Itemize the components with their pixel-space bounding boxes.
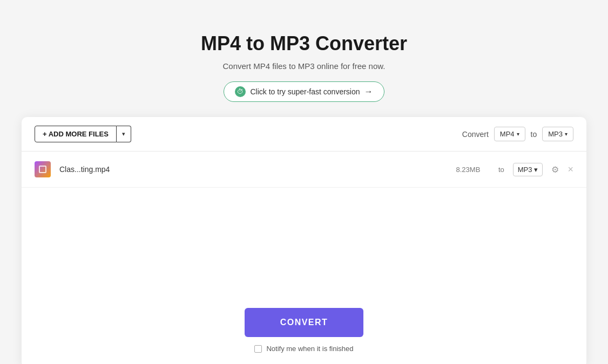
to-format-value: MP3 (548, 130, 563, 138)
notify-row: Notify me when it is finished (254, 345, 353, 353)
file-to-label: to (498, 166, 504, 174)
toolbar: + ADD MORE FILES ▾ Convert MP4 ▾ to MP3 … (22, 117, 586, 152)
notify-label: Notify me when it is finished (266, 345, 353, 353)
close-button[interactable]: × (568, 164, 573, 174)
file-size: 8.23MB (447, 166, 490, 174)
arrow-icon: → (364, 87, 373, 97)
file-format-caret: ▾ (534, 166, 538, 174)
page-wrapper: MP4 to MP3 Converter Convert MP4 files t… (11, 11, 597, 364)
from-format-select[interactable]: MP4 ▾ (494, 127, 525, 141)
to-label: to (531, 130, 537, 139)
settings-icon[interactable]: ⚙ (551, 164, 559, 175)
convert-label: Convert (462, 130, 489, 139)
fast-conversion-button[interactable]: ⏱ Click to try super-fast conversion → (224, 81, 384, 102)
fast-conversion-label: Click to try super-fast conversion (250, 87, 360, 96)
to-format-caret: ▾ (565, 131, 568, 137)
from-format-value: MP4 (500, 130, 515, 138)
converter-box: + ADD MORE FILES ▾ Convert MP4 ▾ to MP3 … (22, 117, 586, 364)
file-icon (35, 161, 51, 177)
notify-checkbox[interactable] (254, 345, 262, 353)
convert-button[interactable]: CONVERT (245, 308, 363, 337)
to-format-select[interactable]: MP3 ▾ (542, 127, 573, 141)
add-files-dropdown-button[interactable]: ▾ (117, 126, 131, 142)
page-subtitle: Convert MP4 files to MP3 online for free… (223, 61, 386, 71)
clock-icon: ⏱ (235, 86, 246, 97)
convert-area: CONVERT Notify me when it is finished (22, 292, 586, 364)
file-format-select[interactable]: MP3 ▾ (513, 163, 543, 176)
add-files-button[interactable]: + ADD MORE FILES (35, 126, 117, 142)
file-list: Clas...ting.mp4 8.23MB to MP3 ▾ ⚙ × (22, 152, 586, 292)
from-format-caret: ▾ (517, 131, 519, 137)
file-format-value: MP3 (518, 166, 532, 174)
toolbar-left: + ADD MORE FILES ▾ (35, 126, 131, 142)
table-row: Clas...ting.mp4 8.23MB to MP3 ▾ ⚙ × (22, 152, 586, 188)
file-icon-inner (39, 166, 46, 173)
file-name: Clas...ting.mp4 (59, 165, 438, 174)
toolbar-right: Convert MP4 ▾ to MP3 ▾ (462, 127, 573, 141)
page-title: MP4 to MP3 Converter (201, 32, 407, 55)
